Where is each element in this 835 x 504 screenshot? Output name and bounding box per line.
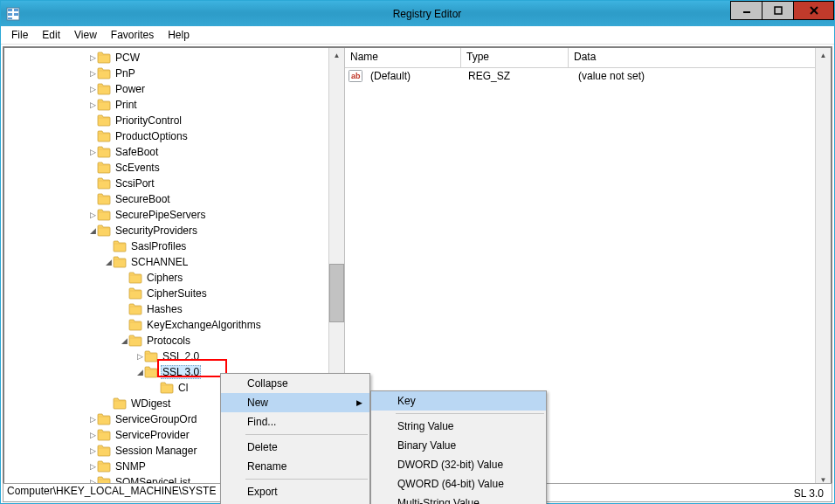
menu-item-export[interactable]: Export [221,482,369,501]
expand-toggle[interactable]: ▷ [88,148,97,156]
value-row[interactable]: (Default)REG_SZ(value not set) [345,68,831,84]
menu-item-find-[interactable]: Find... [221,412,369,432]
menu-separator [396,413,544,414]
tree-node-productoptions[interactable]: ProductOptions [4,128,329,144]
svg-rect-7 [775,7,782,14]
svg-rect-4 [14,13,18,16]
expand-toggle[interactable]: ◢ [104,258,113,266]
expand-toggle[interactable]: ▷ [88,446,97,455]
folder-icon [128,335,142,347]
tree-node-pcw[interactable]: ▷PCW [4,50,329,66]
folder-icon [113,397,127,410]
menu-separator [245,434,368,435]
tree-node-securityproviders[interactable]: ◢SecurityProviders [4,223,329,238]
tree-label: WDigest [129,397,172,410]
tree-node-prioritycontrol[interactable]: PriorityControl [4,113,329,128]
expand-toggle[interactable]: ▷ [88,53,97,62]
folder-icon [113,256,127,268]
folder-icon [97,413,111,425]
menu-item-delete[interactable]: Delete [221,438,369,457]
expand-toggle[interactable]: ▷ [88,69,97,78]
col-data[interactable]: Data [569,48,831,67]
minimize-button[interactable] [730,1,763,20]
menu-item-collapse[interactable]: Collapse [221,374,369,393]
menu-item-multi-string-value[interactable]: Multi-String Value [371,494,546,504]
expand-toggle[interactable]: ▷ [88,85,97,93]
app-icon [6,7,20,21]
tree-node-securepipeservers[interactable]: ▷SecurePipeServers [4,207,329,223]
col-type[interactable]: Type [461,48,569,67]
svg-rect-2 [14,9,18,11]
status-path-left: Computer\HKEY_LOCAL_MACHINE\SYSTE [7,485,216,497]
tree-node-scevents[interactable]: ScEvents [4,160,329,176]
svg-rect-5 [8,17,12,19]
tree-label: PriorityControl [114,114,183,127]
tree-node-ciphersuites[interactable]: CipherSuites [4,286,329,301]
sub-context-menu[interactable]: KeyString ValueBinary ValueDWORD (32-bit… [370,390,547,504]
expand-toggle[interactable]: ▷ [88,415,97,424]
expand-toggle[interactable]: ▷ [88,462,97,471]
tree-node-scsiport[interactable]: ScsiPort [4,176,329,191]
menu-item-string-value[interactable]: String Value [371,417,546,436]
values-scrollbar[interactable]: ▲ ▼ [815,48,831,487]
expand-toggle[interactable]: ▷ [88,431,97,439]
expand-toggle[interactable]: ▷ [88,100,97,109]
tree-node-protocols[interactable]: ◢Protocols [4,333,329,349]
tree-node-saslprofiles[interactable]: SaslProfiles [4,238,329,254]
folder-icon [97,114,111,127]
tree-node-safeboot[interactable]: ▷SafeBoot [4,144,329,160]
folder-icon [97,146,111,158]
folder-icon [97,429,111,441]
titlebar[interactable]: Registry Editor [1,1,834,26]
menu-file[interactable]: File [4,27,35,43]
menu-bar[interactable]: FileEditViewFavoritesHelp [1,26,834,45]
tree-label: Cl [176,382,190,394]
expand-toggle[interactable]: ▷ [135,352,144,361]
folder-icon [97,83,111,95]
svg-rect-1 [8,9,12,11]
menu-item-dword-32-bit-value[interactable]: DWORD (32-bit) Value [371,455,546,474]
tree-node-keyexchangealgorithms[interactable]: KeyExchangeAlgorithms [4,317,329,333]
folder-icon [144,350,158,362]
tree-label: PCW [114,52,141,64]
menu-item-qword-64-bit-value[interactable]: QWORD (64-bit) Value [371,474,546,494]
menu-item-key[interactable]: Key [371,391,546,411]
menu-favorites[interactable]: Favorites [104,27,161,43]
scroll-up-button[interactable]: ▲ [329,48,344,63]
menu-edit[interactable]: Edit [35,27,67,43]
tree-node-ciphers[interactable]: Ciphers [4,270,329,286]
tree-node-ssl-2-0[interactable]: ▷SSL 2.0 [4,349,329,364]
menu-help[interactable]: Help [161,27,197,43]
menu-view[interactable]: View [67,27,104,43]
menu-item-binary-value[interactable]: Binary Value [371,436,546,455]
tree-node-pnp[interactable]: ▷PnP [4,66,329,81]
col-name[interactable]: Name [345,48,461,67]
submenu-arrow-icon: ▶ [356,398,362,407]
scroll-up-button[interactable]: ▲ [816,48,831,63]
tree-node-print[interactable]: ▷Print [4,97,329,113]
context-menu[interactable]: CollapseNew▶Find...DeleteRenameExportPer… [220,373,370,504]
close-button[interactable] [793,1,834,20]
list-header[interactable]: Name Type Data [345,48,831,68]
tree-node-schannel[interactable]: ◢SCHANNEL [4,254,329,270]
tree-node-hashes[interactable]: Hashes [4,301,329,317]
tree-label: KeyExchangeAlgorithms [145,319,263,331]
scroll-thumb[interactable] [329,264,344,323]
string-value-icon [348,70,362,82]
expand-toggle[interactable]: ◢ [135,368,144,376]
tree-node-power[interactable]: ▷Power [4,81,329,97]
tree-node-secureboot[interactable]: SecureBoot [4,191,329,207]
expand-toggle[interactable]: ◢ [88,226,97,235]
cell-data: (value not set) [573,69,650,83]
maximize-button[interactable] [762,1,794,20]
svg-rect-3 [8,13,12,16]
expand-toggle[interactable]: ▷ [88,211,97,219]
tree-label: CipherSuites [145,287,209,300]
tree-label: SaslProfiles [129,240,188,252]
menu-item-rename[interactable]: Rename [221,457,369,476]
tree-label: ScsiPort [114,177,156,190]
folder-icon [97,162,111,174]
expand-toggle[interactable]: ◢ [120,336,128,345]
menu-item-new[interactable]: New▶ [221,393,369,412]
folder-icon [128,272,142,284]
